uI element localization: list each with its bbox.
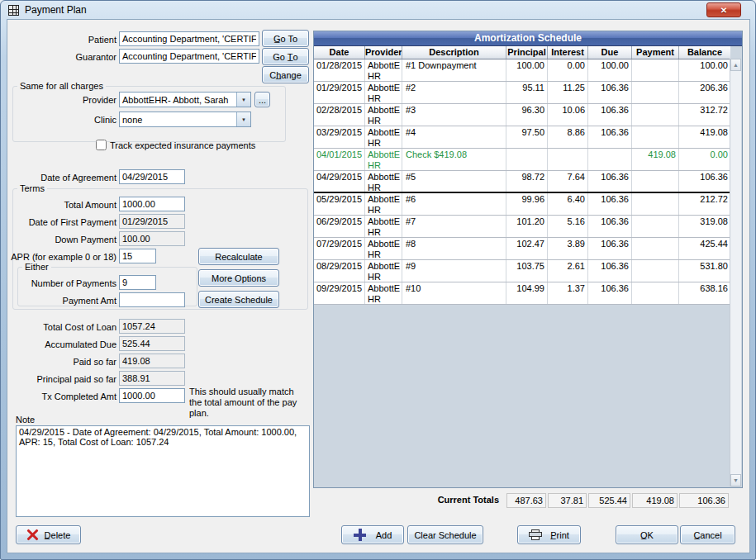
change-button[interactable]: Ch̲ange: [262, 66, 309, 83]
schedule-row[interactable]: 03/29/2015 AbbottEHR #4 97.50 8.86 106.3…: [314, 126, 730, 149]
provider-dropdown[interactable]: AbbottEHR- Abbott, Sarah ▼: [119, 92, 251, 107]
cell-date: 09/29/2015: [314, 282, 365, 304]
title-bar[interactable]: Payment Plan ✕: [1, 1, 755, 19]
clinic-value: none: [120, 115, 236, 125]
cancel-button[interactable]: C̲ancel: [680, 525, 735, 544]
cell-due: 106.36: [588, 260, 632, 282]
schedule-row[interactable]: 04/01/2015 AbbottEHR Check $419.08 419.0…: [314, 149, 730, 171]
apr-field[interactable]: [119, 249, 156, 263]
provider-more-button[interactable]: ...: [254, 92, 270, 107]
cell-principal: 96.30: [506, 104, 548, 126]
cell-balance: 100.00: [679, 59, 730, 81]
schedule-row[interactable]: 09/29/2015 AbbottEHR #10 104.99 1.37 106…: [314, 282, 730, 305]
date-of-agreement-label: Date of Agreement: [13, 173, 116, 183]
cell-description: #9: [402, 260, 506, 282]
schedule-row[interactable]: 08/29/2015 AbbottEHR #9 103.75 2.61 106.…: [314, 260, 730, 282]
cell-interest: 10.06: [548, 104, 588, 126]
paid-so-far-field: [119, 354, 185, 368]
printer-icon: [529, 529, 542, 540]
more-options-button[interactable]: More Options: [198, 269, 279, 287]
cell-date: 02/28/2015: [314, 104, 365, 126]
cell-date: 08/29/2015: [314, 260, 365, 282]
payment-amt-field[interactable]: [119, 292, 185, 307]
cell-balance: 106.36: [679, 171, 730, 192]
cell-due: 106.36: [588, 282, 632, 304]
cell-date: 07/29/2015: [314, 238, 365, 259]
cell-date: 05/29/2015: [314, 193, 365, 215]
date-of-agreement-field[interactable]: [119, 169, 185, 184]
header-payment[interactable]: Payment: [632, 46, 679, 59]
track-insurance-label: Track expected insurance payments: [110, 140, 255, 150]
schedule-scrollbar[interactable]: ▲ ▼: [730, 59, 741, 486]
ok-button[interactable]: O̲K: [616, 525, 678, 544]
header-principal[interactable]: Principal: [506, 46, 548, 59]
header-interest[interactable]: Interest: [548, 46, 588, 59]
close-button[interactable]: ✕: [706, 2, 741, 17]
cell-principal: 101.20: [506, 216, 548, 237]
total-interest: 37.81: [548, 493, 587, 508]
cell-interest: 8.86: [548, 126, 588, 148]
schedule-header-row: Date Provider Description Principal Inte…: [314, 46, 730, 59]
cell-balance: 206.36: [679, 82, 730, 103]
clear-schedule-button[interactable]: Clear Schedule: [407, 525, 483, 544]
clinic-label: Clinic: [17, 115, 116, 125]
tx-completed-field[interactable]: [119, 388, 185, 403]
add-button[interactable]: Add: [341, 525, 404, 544]
num-payments-field[interactable]: [119, 275, 156, 290]
schedule-row[interactable]: 01/29/2015 AbbottEHR #2 95.11 11.25 106.…: [314, 82, 730, 104]
scroll-up-icon[interactable]: ▲: [730, 59, 741, 71]
payment-amt-label: Payment Amt: [13, 296, 116, 306]
print-button-label: P̲rint: [550, 530, 569, 540]
delete-button[interactable]: D̲elete: [16, 525, 81, 544]
cell-description: #3: [402, 104, 506, 126]
cell-provider: AbbottEHR: [365, 126, 402, 148]
create-schedule-button[interactable]: Create Schedule: [198, 291, 279, 308]
cell-provider: AbbottEHR: [365, 82, 402, 103]
schedule-row[interactable]: 05/29/2015 AbbottEHR #6 99.96 6.40 106.3…: [314, 193, 730, 216]
cell-balance: 419.08: [679, 126, 730, 148]
down-payment-field: [119, 231, 185, 246]
header-description[interactable]: Description: [402, 46, 506, 59]
cell-provider: AbbottEHR: [365, 216, 402, 237]
plus-icon: [354, 529, 366, 541]
recalculate-button[interactable]: Recalculate: [198, 248, 279, 265]
header-date[interactable]: Date: [314, 46, 365, 59]
cell-principal: 95.11: [506, 82, 548, 103]
cell-balance: 312.72: [679, 104, 730, 126]
header-balance[interactable]: Balance: [679, 46, 730, 59]
track-insurance-checkbox[interactable]: [96, 140, 107, 150]
patient-field[interactable]: [119, 31, 259, 46]
cell-date: 01/29/2015: [314, 82, 365, 103]
clinic-dropdown[interactable]: none ▼: [119, 112, 251, 127]
guarantor-field[interactable]: [119, 49, 259, 64]
cell-principal: 98.72: [506, 171, 548, 192]
schedule-row[interactable]: 06/29/2015 AbbottEHR #7 101.20 5.16 106.…: [314, 216, 730, 238]
chevron-down-icon: ▼: [236, 93, 250, 107]
cell-date: 06/29/2015: [314, 216, 365, 237]
schedule-row[interactable]: 01/28/2015 AbbottEHR #1 Downpayment 100.…: [314, 59, 730, 82]
cell-principal: 100.00: [506, 59, 548, 81]
header-due[interactable]: Due: [588, 46, 632, 59]
print-button[interactable]: P̲rint: [517, 525, 581, 544]
schedule-row[interactable]: 04/29/2015 AbbottEHR #5 98.72 7.64 106.3…: [314, 171, 730, 193]
total-amount-field[interactable]: [119, 197, 185, 211]
num-payments-label: Number of Payments: [13, 278, 116, 288]
goto-patient-button[interactable]: G̲o To: [262, 30, 309, 47]
note-textarea[interactable]: 04/29/2015 - Date of Agreement: 04/29/20…: [16, 425, 310, 517]
scroll-down-icon[interactable]: ▼: [730, 474, 741, 486]
cell-provider: AbbottEHR: [365, 238, 402, 259]
delete-x-icon: [26, 529, 39, 541]
total-balance: 106.36: [679, 493, 729, 508]
cell-date: 01/28/2015: [314, 59, 365, 81]
header-provider[interactable]: Provider: [365, 46, 402, 59]
chevron-down-icon: ▼: [236, 112, 250, 126]
current-totals-row: Current Totals 487.63 37.81 525.44 419.0…: [313, 493, 743, 508]
schedule-row[interactable]: 07/29/2015 AbbottEHR #8 102.47 3.89 106.…: [314, 238, 730, 260]
cell-interest: [548, 149, 588, 170]
schedule-row[interactable]: 02/28/2015 AbbottEHR #3 96.30 10.06 106.…: [314, 104, 730, 126]
cell-description: #8: [402, 238, 506, 259]
total-cost-field: [119, 319, 185, 334]
cell-description: #4: [402, 126, 506, 148]
first-payment-label: Date of First Payment: [13, 217, 116, 227]
goto-guarantor-button[interactable]: Go T̲o: [262, 48, 309, 65]
